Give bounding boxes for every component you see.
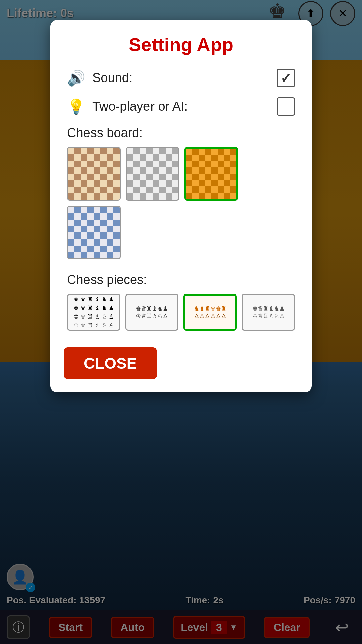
ai-icon: 💡 bbox=[67, 98, 85, 115]
board-grid-blue bbox=[68, 207, 120, 258]
board-grid-gray bbox=[127, 148, 178, 200]
close-button[interactable]: CLOSE bbox=[64, 347, 157, 379]
piece-row-2a: ♚♛♜♝♞♟ bbox=[136, 305, 168, 312]
two-player-checkbox[interactable] bbox=[277, 97, 295, 116]
board-option-brown[interactable] bbox=[67, 147, 121, 201]
piece-option-text[interactable]: ♚ ♛ ♜ ♝ ♞ ♟ ♚ ♛ ♜ ♝ ♞ ♟ ♔ ♕ ♖ ♗ ♘ ♙ ♔ ♕ … bbox=[67, 294, 120, 331]
piece-option-outline[interactable]: ♚♛♜♝♞♟ ♔♕♖♗♘♙ bbox=[125, 294, 179, 331]
two-player-setting-row: 💡 Two-player or AI: bbox=[64, 97, 298, 116]
piece-row-3b: ♙♙♙♙♙♙ bbox=[194, 312, 226, 320]
piece-display-3: ♞♝♜♛♚♜ ♙♙♙♙♙♙ bbox=[194, 305, 226, 320]
sound-icon: 🔊 bbox=[67, 69, 85, 87]
sound-label-group: 🔊 Sound: bbox=[67, 69, 132, 87]
piece-row-b-1: ♔ ♕ ♖ ♗ ♘ ♙ bbox=[73, 322, 114, 329]
chess-pieces-section-label: Chess pieces: bbox=[64, 273, 298, 287]
piece-row-mid-1: ♚ ♛ ♜ ♝ ♞ ♟ bbox=[73, 304, 114, 312]
piece-row-bot-1: ♔ ♕ ♖ ♗ ♘ ♙ bbox=[73, 313, 114, 320]
piece-row-top-1: ♚ ♛ ♜ ♝ ♞ ♟ bbox=[73, 296, 114, 303]
two-player-label-group: 💡 Two-player or AI: bbox=[67, 98, 188, 115]
board-options-container bbox=[64, 147, 298, 259]
piece-label-2: ♚♛♜♝♞♟ ♔♕♖♗♘♙ bbox=[136, 305, 168, 320]
piece-options-container: ♚ ♛ ♜ ♝ ♞ ♟ ♚ ♛ ♜ ♝ ♞ ♟ ♔ ♕ ♖ ♗ ♘ ♙ ♔ ♕ … bbox=[64, 294, 298, 331]
modal-overlay: Setting App 🔊 Sound: 💡 Two-player or AI:… bbox=[0, 0, 362, 644]
board-option-blue[interactable] bbox=[67, 206, 121, 259]
board-option-gray[interactable] bbox=[126, 147, 179, 201]
piece-row-4b: ♔♕♖♗♘♙ bbox=[252, 312, 285, 320]
two-player-label: Two-player or AI: bbox=[92, 99, 188, 114]
sound-label: Sound: bbox=[92, 71, 132, 85]
settings-modal: Setting App 🔊 Sound: 💡 Two-player or AI:… bbox=[50, 20, 312, 392]
sound-setting-row: 🔊 Sound: bbox=[64, 69, 298, 87]
board-grid-golden bbox=[186, 149, 236, 199]
board-option-golden[interactable] bbox=[184, 147, 238, 201]
chess-board-section-label: Chess board: bbox=[64, 126, 298, 140]
piece-option-colored[interactable]: ♞♝♜♛♚♜ ♙♙♙♙♙♙ bbox=[183, 294, 237, 331]
piece-row-4a: ♚♛♜♝♞♟ bbox=[252, 305, 285, 312]
piece-display-4: ♚♛♜♝♞♟ ♔♕♖♗♘♙ bbox=[252, 305, 285, 320]
sound-checkbox[interactable] bbox=[277, 69, 295, 87]
piece-row-2b: ♔♕♖♗♘♙ bbox=[136, 312, 168, 320]
modal-title: Setting App bbox=[64, 34, 298, 55]
board-grid-brown bbox=[68, 148, 120, 200]
piece-row-3a: ♞♝♜♛♚♜ bbox=[194, 305, 226, 312]
piece-option-3d[interactable]: ♚♛♜♝♞♟ ♔♕♖♗♘♙ bbox=[242, 294, 295, 331]
